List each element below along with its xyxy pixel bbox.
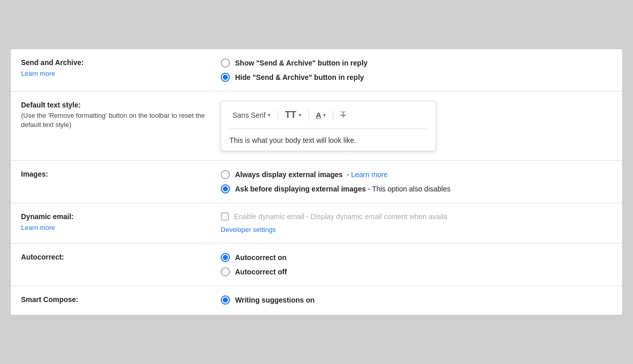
hide-send-archive-label: Hide "Send & Archive" button in reply [235,73,364,81]
writing-suggestions-on-option[interactable]: Writing suggestions on [221,295,612,305]
ask-before-suffix: - This option also disables [368,185,451,193]
autocorrect-title: Autocorrect: [21,253,210,261]
autocorrect-on-label: Autocorrect on [235,253,286,262]
show-send-archive-option[interactable]: Show "Send & Archive" button in reply [221,58,612,68]
smart-compose-controls: Writing suggestions on [221,295,612,305]
dynamic-email-label-col: Dynamic email: Learn more [21,212,221,232]
ask-before-text: Ask before displaying external images [235,185,366,193]
autocorrect-on-option[interactable]: Autocorrect on [221,253,612,262]
smart-compose-row: Smart Compose: Writing suggestions on [11,286,622,315]
writing-suggestions-on-radio[interactable] [221,295,230,305]
dynamic-email-title: Dynamic email: [21,212,210,221]
hide-send-archive-option[interactable]: Hide "Send & Archive" button in reply [221,73,612,82]
always-display-option[interactable]: Always display external images - Learn m… [221,170,612,179]
smart-compose-label-col: Smart Compose: [21,295,221,306]
always-display-text: Always display external images [235,170,343,179]
toolbar-separator-1 [278,110,278,120]
autocorrect-row: Autocorrect: Autocorrect on Autocorrect … [11,244,622,286]
text-style-toolbar: Sans Serif ▾ TT ▾ A ▾ T̶ [221,101,436,151]
toolbar-controls-row: Sans Serif ▾ TT ▾ A ▾ T̶ [229,108,427,129]
images-learn-more-link[interactable]: Learn more [351,170,388,179]
enable-dynamic-email-label: Enable dynamic email - Display dynamic e… [234,212,447,221]
send-archive-learn-more[interactable]: Learn more [21,70,55,77]
font-name-chevron-icon: ▾ [268,112,270,118]
font-color-icon: A [316,111,322,119]
images-label-col: Images: [21,170,221,180]
preview-text: This is what your body text will look li… [229,136,427,144]
send-archive-controls: Show "Send & Archive" button in reply Hi… [221,58,612,82]
send-archive-row: Send and Archive: Learn more Show "Send … [11,49,622,92]
autocorrect-off-option[interactable]: Autocorrect off [221,267,612,276]
font-name-label: Sans Serif [233,111,266,119]
font-size-button[interactable]: TT ▾ [282,108,304,122]
developer-settings-link[interactable]: Developer settings [221,226,276,233]
autocorrect-off-radio[interactable] [221,267,230,276]
hide-send-archive-radio[interactable] [221,73,230,82]
font-name-button[interactable]: Sans Serif ▾ [229,109,273,121]
enable-dynamic-email-option[interactable]: Enable dynamic email - Display dynamic e… [221,212,612,221]
settings-panel: Send and Archive: Learn more Show "Send … [10,49,623,315]
remove-formatting-button[interactable]: T̶ [337,108,349,122]
default-text-style-desc: (Use the 'Remove formatting' button on t… [21,111,210,130]
dynamic-email-controls: Enable dynamic email - Display dynamic e… [221,212,612,234]
dynamic-email-learn-more[interactable]: Learn more [21,224,55,231]
default-text-style-controls: Sans Serif ▾ TT ▾ A ▾ T̶ [221,101,612,151]
ask-before-radio[interactable] [221,184,230,194]
default-text-style-title: Default text style: [21,101,210,109]
dynamic-email-row: Dynamic email: Learn more Enable dynamic… [11,203,622,244]
font-color-chevron-icon: ▾ [323,112,326,118]
enable-dynamic-email-checkbox[interactable] [221,212,229,221]
font-size-chevron-icon: ▾ [299,112,301,118]
font-color-button[interactable]: A ▾ [313,109,329,121]
writing-suggestions-on-label: Writing suggestions on [235,296,314,304]
autocorrect-label-col: Autocorrect: [21,253,221,263]
smart-compose-title: Smart Compose: [21,295,210,304]
always-display-label: Always display external images - Learn m… [235,170,388,179]
images-title: Images: [21,170,210,178]
default-text-style-label-col: Default text style: (Use the 'Remove for… [21,101,221,130]
ask-before-option[interactable]: Ask before displaying external images - … [221,184,612,194]
font-size-icon: TT [285,110,297,120]
autocorrect-controls: Autocorrect on Autocorrect off [221,253,612,276]
toolbar-separator-3 [333,110,333,120]
send-archive-label-col: Send and Archive: Learn more [21,58,221,78]
images-row: Images: Always display external images -… [11,161,622,203]
remove-formatting-icon: T̶ [341,110,346,120]
images-controls: Always display external images - Learn m… [221,170,612,194]
default-text-style-row: Default text style: (Use the 'Remove for… [11,92,622,161]
toolbar-separator-2 [308,110,309,120]
show-send-archive-radio[interactable] [221,58,230,68]
autocorrect-on-radio[interactable] [221,253,230,262]
autocorrect-off-label: Autocorrect off [235,268,287,276]
send-archive-title: Send and Archive: [21,58,210,67]
ask-before-label: Ask before displaying external images - … [235,185,451,193]
always-display-radio[interactable] [221,170,230,179]
show-send-archive-label: Show "Send & Archive" button in reply [235,59,368,67]
